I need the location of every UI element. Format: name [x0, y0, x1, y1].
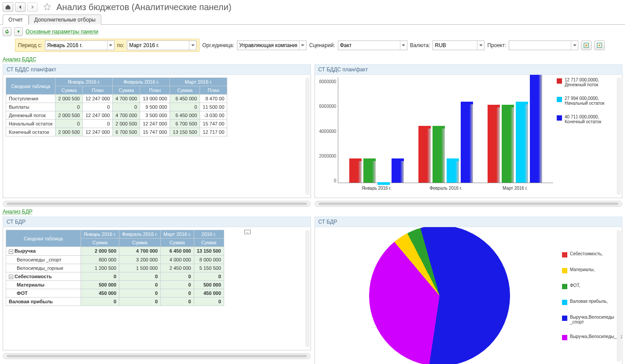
bdds-table-body: Сводная таблицаЯнварь 2016 г.Февраль 201… [3, 75, 311, 198]
scenario-combo[interactable] [338, 40, 407, 50]
period-to-input[interactable] [127, 41, 189, 50]
cell: 4 700 000 [113, 111, 140, 120]
cell: 0 [161, 298, 194, 306]
currency-combo[interactable] [433, 40, 484, 50]
cell: 500 000 [194, 281, 224, 289]
bar [447, 158, 459, 183]
cell: 4 700 000 [113, 95, 140, 103]
favorite-icon[interactable] [43, 3, 51, 12]
period-to-combo[interactable] [127, 40, 196, 50]
legend-swatch [562, 284, 567, 289]
cell: 0 [83, 103, 113, 111]
cell: 0 [161, 272, 194, 281]
subcol-header: Сумма [194, 239, 224, 247]
month-header: Март 2016 г. [161, 230, 194, 239]
bar [349, 158, 362, 183]
vscroll[interactable] [617, 77, 621, 195]
bar [377, 182, 390, 183]
cell: 1 500 000 [119, 264, 161, 272]
period-from-input[interactable] [45, 41, 107, 50]
table-row: Материалы500 00000500 000 [6, 281, 224, 289]
cell: 0 [119, 298, 161, 306]
cell: 0 [119, 289, 161, 298]
vscroll[interactable] [305, 230, 310, 347]
period-group: Период с: по: [15, 39, 200, 52]
bar-group: Февраль 2016 г. [418, 102, 473, 183]
table-row: Начальный остаток002 000 50012 247 0006 … [6, 120, 227, 128]
top-toolbar: Анализ бюджетов (Аналитические панели) [0, 0, 625, 14]
legend-swatch [562, 268, 567, 273]
cell: 3 200 000 [119, 255, 161, 264]
cell: 0 [194, 272, 224, 281]
period-to-dd[interactable] [189, 41, 196, 50]
tab-filters[interactable]: Дополнительные отборы [29, 15, 101, 25]
period-from-combo[interactable] [45, 40, 115, 50]
bdr-table-header: СТ БДР [3, 217, 311, 227]
currency-dd[interactable] [477, 41, 484, 50]
cell: 2 000 500 [81, 247, 119, 256]
table-row: – Себестоимость0000 [6, 272, 224, 281]
hscroll[interactable] [3, 201, 311, 207]
corner-header: Сводная таблица [6, 230, 81, 247]
tree-toggle-icon[interactable]: – [9, 250, 13, 254]
cell: 6 700 500 [170, 120, 200, 128]
section-bdr-title[interactable]: Анализ БДР [3, 209, 33, 215]
vscroll[interactable] [617, 230, 621, 362]
period-from-label: Период с: [18, 42, 42, 48]
month-header: Январь 2016 г. [81, 230, 119, 239]
currency-input[interactable] [433, 41, 477, 50]
table-row: Поступления2 000 50012 247 0004 700 0001… [6, 95, 227, 103]
cell: 0 [161, 281, 194, 289]
scenario-dd[interactable] [400, 41, 407, 50]
legend-label: ФОТ, [570, 283, 580, 288]
cell: 450 000 [194, 289, 224, 298]
project-combo[interactable] [509, 40, 578, 50]
bdr-grid: Сводная таблицаЯнварь 2016 г.Февраль 201… [6, 230, 224, 306]
month-header: Март 2016 г. [170, 78, 227, 86]
bdr-table: Сводная таблицаЯнварь 2016 г.Февраль 201… [6, 230, 308, 306]
legend-label: Себестоимость, [570, 251, 603, 256]
tab-report[interactable]: Отчет [3, 15, 29, 25]
forward-button[interactable] [27, 2, 38, 12]
cell: 2 000 500 [55, 111, 83, 120]
hscroll[interactable] [314, 201, 623, 207]
tree-toggle-icon[interactable]: – [9, 275, 13, 279]
refresh-button[interactable] [3, 27, 11, 36]
row-label: Денежный поток [6, 111, 55, 120]
settings-button[interactable] [594, 40, 605, 50]
cell: 13 150 500 [194, 247, 224, 256]
collapse-icon[interactable]: – [244, 230, 251, 234]
cell: 0 [113, 103, 140, 111]
params-title[interactable]: Основные параметры панели [26, 29, 98, 35]
period-from-dd[interactable] [107, 41, 114, 50]
subcol-header: Сумма [170, 86, 200, 95]
pie-legend: Себестоимость,Материалы,ФОТ,Валовая приб… [562, 251, 619, 340]
bdds-chart-header: СТ БДДС план/факт [314, 64, 623, 75]
project-dd[interactable] [571, 41, 578, 50]
org-combo[interactable] [237, 40, 307, 50]
cell: 4 700 000 [119, 247, 161, 256]
back-button[interactable] [15, 2, 26, 12]
legend-swatch [562, 335, 567, 340]
legend-item: Себестоимость, [562, 251, 619, 257]
legend-item: Выручка,Велосипеды_горные [562, 334, 619, 340]
bdds-chart-panel: СТ БДДС план/факт 8000000600000040000002… [314, 64, 623, 207]
vscroll[interactable] [305, 77, 310, 195]
section-bdds-title[interactable]: Анализ БДДС [3, 56, 37, 63]
cell: 12 247 000 [83, 128, 113, 136]
legend-swatch [557, 78, 562, 84]
scenario-input[interactable] [338, 41, 400, 50]
cell: 500 000 [81, 281, 119, 289]
home-button[interactable] [3, 2, 13, 12]
cell: -3 030 00 [200, 111, 227, 120]
org-dd[interactable] [299, 41, 306, 50]
hscroll[interactable] [3, 353, 311, 359]
row-label: Материалы [6, 281, 81, 289]
collapse-button[interactable]: ▼ [14, 27, 23, 36]
project-input[interactable] [509, 41, 571, 50]
org-input[interactable] [237, 41, 299, 50]
y-tick: 0 [334, 178, 337, 183]
export-button[interactable] [581, 40, 592, 50]
cell: 2 000 500 [55, 128, 83, 136]
bar [488, 105, 500, 183]
